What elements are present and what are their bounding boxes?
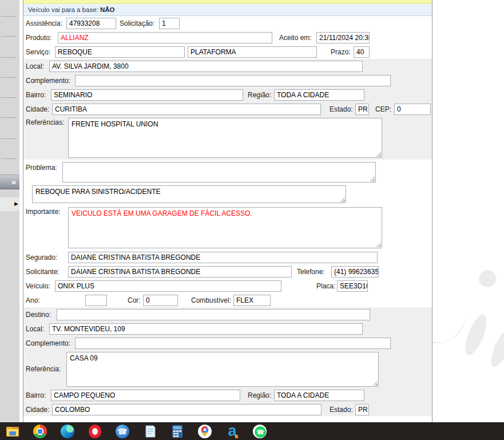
destino-complemento-input[interactable] [75, 338, 391, 349]
telefone-input[interactable]: (41) 996236351 [331, 266, 379, 278]
resize-grip-icon[interactable] [339, 196, 345, 202]
sidebar-divider [1, 117, 16, 118]
assistencia-input[interactable]: 47933208 [66, 18, 116, 29]
ano-label: Ano: [26, 296, 40, 304]
importante-textarea[interactable]: VEICULO ESTÁ EM UMA GARAGEM DE FÁCIL ACE… [68, 207, 382, 248]
flyout-arrow-icon[interactable]: ▶ [14, 201, 18, 207]
cor-label: Cor: [128, 296, 141, 304]
origem-cep-input[interactable]: 0 [394, 104, 431, 115]
origem-complemento-input[interactable] [75, 75, 391, 86]
origem-local-input[interactable]: AV. SILVA JARDIM, 3800 [49, 61, 363, 72]
phone-handset-glyph: ☎ [117, 427, 127, 436]
destino-bairro-label: Bairro: [26, 391, 46, 399]
sidebar-divider [1, 138, 16, 139]
opera-icon[interactable] [88, 424, 102, 439]
sidebar-divider [1, 77, 16, 78]
produto-input[interactable]: ALLIANZ [58, 32, 272, 43]
double-chevron-right-icon: » [11, 177, 16, 187]
whatsapp-phone-glyph: ☎ [256, 429, 264, 435]
destino-label: Destino: [26, 311, 51, 319]
destino-complemento-label: Complemento: [26, 339, 70, 347]
servico-input[interactable]: REBOQUE [55, 46, 185, 58]
destino-input[interactable] [57, 309, 370, 320]
destino-local-label: Local: [26, 325, 44, 333]
telefone-label: Telefone: [297, 268, 325, 276]
solicitante-input[interactable]: DAIANE CRISTINA BATISTA BREGONDE [68, 266, 292, 278]
whatsapp-icon[interactable]: ☎ [253, 425, 267, 438]
problema-descricao-textarea[interactable]: REBOQUE PARA SINISTRO/ACIDENTE [32, 185, 346, 203]
destino-referencia-label: Referência: [26, 365, 61, 373]
origem-bairro-input[interactable]: SEMINARIO [51, 89, 243, 101]
destino-referencia-textarea[interactable]: CASA 09 [66, 352, 379, 387]
screen: » ▶ Veículo vai para a base: NÃO Assistê… [0, 0, 504, 440]
referencias-textarea[interactable]: FRENTE HOSPITAL UNION [68, 118, 382, 158]
produto-label: Produto: [26, 34, 51, 42]
resize-grip-icon[interactable] [369, 176, 375, 181]
phone-dialer-icon[interactable]: ☎ [116, 425, 129, 438]
destino-referencia-text: CASA 09 [70, 354, 98, 362]
servico-tipo-input[interactable]: PLATAFORMA [188, 46, 317, 58]
base-banner: Veículo vai para a base: NÃO [23, 5, 432, 16]
assistance-app-icon[interactable]: a [225, 424, 240, 439]
origem-regiao-label: Região: [248, 91, 271, 99]
windows-taskbar: ☎ [0, 422, 504, 440]
problema-descricao-text: REBOQUE PARA SINISTRO/ACIDENTE [35, 188, 160, 196]
origem-estado-input[interactable]: PR [355, 104, 369, 115]
origem-bairro-label: Bairro: [26, 91, 46, 99]
referencias-label: Referências: [26, 118, 64, 126]
prazo-input[interactable]: 40 [354, 46, 370, 58]
aceito-em-input[interactable]: 21/11/2024 20:38 [316, 32, 370, 43]
destino-local-input[interactable]: TV. MONTEVIDEU, 109 [49, 323, 363, 335]
sidebar-expand-button[interactable]: » [0, 175, 19, 189]
destino-bairro-input[interactable]: CAMPO PEQUENO [51, 390, 240, 401]
combustivel-input[interactable]: FLEX [233, 295, 271, 306]
notepad-icon[interactable] [142, 424, 157, 439]
origem-regiao-input[interactable]: TODA A CIDADE [274, 89, 364, 101]
placa-input[interactable]: SEE3D10 [337, 280, 368, 292]
aceito-em-label: Aceito em: [279, 34, 312, 42]
file-explorer-icon[interactable] [5, 424, 20, 439]
origem-cep-label: CEP: [375, 105, 391, 113]
origem-cidade-label: Cidade: [26, 105, 49, 113]
chrome-icon[interactable] [33, 424, 47, 439]
resize-grip-icon[interactable] [375, 241, 381, 247]
veiculo-label: Veículo: [26, 282, 50, 290]
sidebar-divider [1, 97, 16, 98]
segurado-input[interactable]: DAIANE CRISTINA BATISTA BREGONDE [68, 252, 378, 263]
importante-text: VEICULO ESTÁ EM UMA GARAGEM DE FÁCIL ACE… [72, 209, 252, 217]
importante-label: Importante: [26, 208, 61, 216]
cor-input[interactable]: 0 [143, 295, 178, 306]
origem-local-label: Local: [26, 62, 44, 70]
origem-complemento-label: Complemento: [26, 77, 70, 85]
placa-label: Placa: [316, 282, 335, 290]
sidebar-divider [1, 158, 16, 159]
servico-label: Serviço: [26, 48, 50, 56]
problema-textarea[interactable] [62, 162, 376, 183]
base-banner-label: Veículo vai para a base: [28, 6, 98, 13]
sidebar-divider [1, 57, 16, 58]
veiculo-input[interactable]: ONIX PLUS [55, 280, 281, 292]
referencias-text: FRENTE HOSPITAL UNION [72, 120, 158, 128]
destino-cidade-input[interactable]: COLOMBO [52, 404, 322, 415]
destino-regiao-input[interactable]: TODA A CIDADE [274, 390, 364, 401]
google-maps-icon[interactable] [197, 424, 212, 439]
origem-cidade-input[interactable]: CURITIBA [52, 104, 321, 115]
destino-estado-input[interactable]: PR [355, 404, 369, 415]
sidebar-divider [1, 16, 16, 17]
solicitacao-input[interactable]: 1 [159, 18, 180, 29]
problema-label: Problema: [26, 164, 57, 172]
edge-icon[interactable] [60, 424, 75, 439]
assistencia-label: Assistência: [26, 19, 62, 27]
combustivel-label: Combustível: [191, 296, 231, 304]
top-yellow-strip [23, 0, 432, 4]
ano-input[interactable] [85, 295, 107, 306]
solicitacao-label: Solicitação: [120, 19, 154, 27]
segurado-label: Segurado: [26, 253, 57, 261]
calculator-icon[interactable] [170, 424, 185, 439]
collapsed-sidebar: » ▶ [0, 0, 19, 422]
base-banner-value: NÃO [100, 6, 115, 13]
assistance-form-panel: Veículo vai para a base: NÃO Assistência… [23, 0, 432, 422]
destino-regiao-label: Região: [248, 391, 271, 399]
resize-grip-icon[interactable] [372, 380, 378, 386]
resize-grip-icon[interactable] [375, 151, 381, 157]
